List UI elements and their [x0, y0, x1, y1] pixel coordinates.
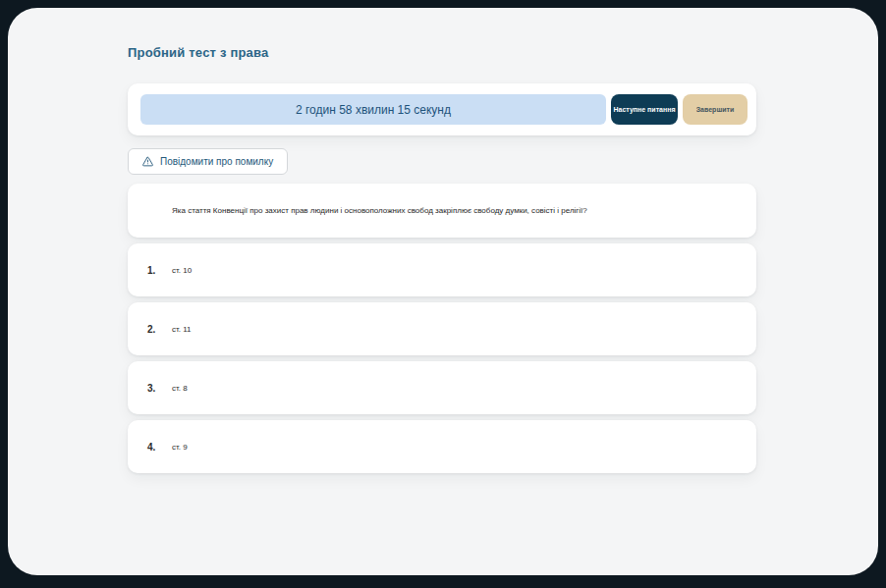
report-error-button[interactable]: Повідомити про помилку	[128, 148, 288, 175]
answer-option-1[interactable]: 1. ст. 10	[128, 243, 756, 296]
report-error-label: Повідомити про помилку	[160, 156, 273, 167]
answer-number: 1.	[128, 265, 172, 276]
answer-text: ст. 8	[172, 384, 188, 393]
question-text: Яка стаття Конвенції про захист прав люд…	[172, 206, 587, 215]
warning-triangle-icon	[142, 156, 153, 167]
answer-option-3[interactable]: 3. ст. 8	[128, 361, 756, 414]
timer-toolbar-card: 2 годин 58 хвилин 15 секунд Наступне пит…	[128, 83, 756, 135]
app-window: Пробний тест з права 2 годин 58 хвилин 1…	[8, 8, 878, 575]
question-card: Яка стаття Конвенції про захист прав люд…	[128, 184, 756, 238]
answer-text: ст. 11	[172, 325, 192, 334]
answer-option-4[interactable]: 4. ст. 9	[128, 420, 756, 473]
answer-text: ст. 10	[172, 266, 192, 275]
answer-number: 4.	[128, 442, 172, 453]
finish-test-button[interactable]: Завершити	[683, 94, 748, 125]
page-title: Пробний тест з права	[128, 45, 756, 60]
answer-number: 2.	[128, 324, 172, 335]
timer-display: 2 годин 58 хвилин 15 секунд	[140, 94, 606, 125]
next-question-button[interactable]: Наступне питання	[611, 94, 678, 125]
answer-option-2[interactable]: 2. ст. 11	[128, 302, 756, 355]
answer-number: 3.	[128, 383, 172, 394]
answer-text: ст. 9	[172, 443, 188, 452]
test-content-column: Пробний тест з права 2 годин 58 хвилин 1…	[128, 8, 756, 473]
